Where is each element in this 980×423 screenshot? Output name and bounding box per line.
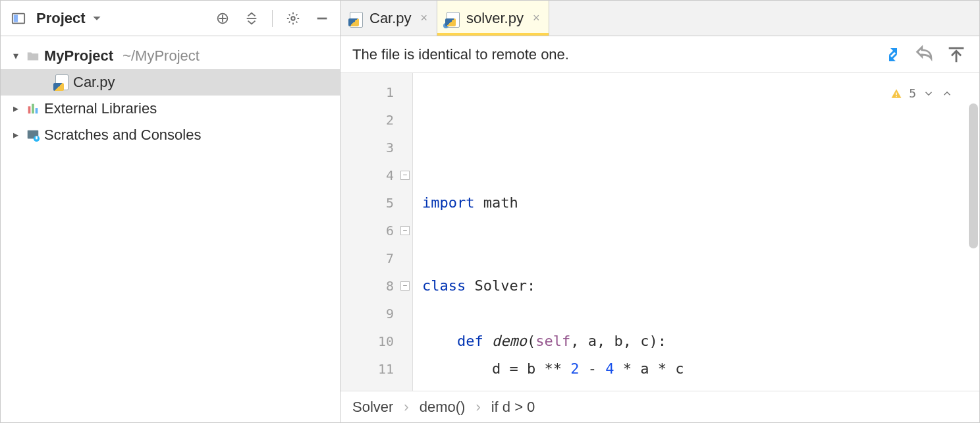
code-line[interactable]: d = b ** 2 - 4 * a * c (422, 355, 979, 383)
tree-node-name: Scratches and Consoles (44, 123, 201, 147)
diff-sync-icon[interactable] (882, 43, 904, 66)
code-line[interactable] (422, 217, 979, 244)
vertical-scrollbar[interactable] (969, 103, 978, 248)
tree-file[interactable]: ▸Car.py (1, 69, 340, 96)
code-line[interactable]: if d > 0: (422, 383, 979, 391)
editor-tabs: Car.py× solver.py× (340, 1, 979, 36)
code-editor[interactable]: 1234−56−78−91011 5 import math class Sol… (340, 73, 979, 391)
editor-pane: Car.py× solver.py× The file is identical… (340, 1, 979, 422)
chevron-down-icon[interactable] (923, 88, 935, 99)
line-number[interactable]: 4− (340, 161, 412, 189)
python-file-icon (55, 75, 69, 90)
svg-point-10 (443, 23, 449, 28)
folder-icon (26, 49, 40, 63)
breadcrumb-bar[interactable]: Solver›demo()›if d > 0 (340, 391, 979, 422)
inspections-widget[interactable]: 5 (890, 80, 953, 107)
python-file-icon (447, 12, 460, 25)
undo-icon[interactable] (913, 43, 936, 66)
code-line[interactable] (422, 300, 979, 327)
line-number[interactable]: 1 (340, 78, 412, 106)
breadcrumb-separator: › (404, 399, 408, 416)
breadcrumb-item[interactable]: Solver (352, 399, 393, 416)
project-header: Project (1, 1, 340, 36)
tab-label: solver.py (466, 10, 524, 27)
chevron-down-icon (90, 11, 104, 26)
code-line[interactable]: def demo(self, a, b, c): (422, 327, 979, 355)
chevron-right-icon[interactable]: ▸ (10, 97, 22, 121)
breadcrumb-item[interactable]: demo() (420, 399, 466, 416)
line-number[interactable]: 11 (340, 355, 412, 383)
project-tree: ▾ MyProject ~/MyProject ▸Car.py ▸Externa… (1, 36, 340, 155)
line-number[interactable]: 5 (340, 189, 412, 217)
breadcrumb-item[interactable]: if d > 0 (491, 399, 535, 416)
fold-icon[interactable]: − (400, 171, 410, 180)
node-icon (26, 128, 40, 142)
code-line[interactable]: import math (422, 189, 979, 217)
breadcrumb-separator: › (476, 399, 480, 416)
close-icon[interactable]: × (421, 11, 428, 25)
tree-root[interactable]: ▾ MyProject ~/MyProject (1, 43, 340, 69)
gear-icon[interactable] (282, 7, 304, 30)
svg-rect-5 (32, 104, 34, 114)
warning-icon (890, 88, 902, 99)
project-dropdown[interactable]: Project (36, 10, 104, 27)
hide-icon[interactable] (311, 7, 333, 30)
svg-rect-4 (28, 106, 31, 113)
code-line[interactable]: class Solver: (422, 272, 979, 300)
project-label: Project (36, 10, 86, 27)
inspections-count: 5 (909, 80, 916, 107)
project-tool-window: Project ▾ MyProject ~/MyProject ▸Car.py … (1, 1, 340, 422)
line-gutter[interactable]: 1234−56−78−91011 (340, 73, 413, 391)
code-content[interactable]: 5 import math class Solver: def demo(sel… (413, 73, 979, 391)
line-number[interactable]: 6− (340, 217, 412, 244)
chevron-down-icon[interactable]: ▾ (10, 44, 22, 68)
notification-message: The file is identical to remote one. (352, 46, 873, 63)
node-icon (26, 101, 40, 116)
line-number[interactable]: 3 (340, 134, 412, 161)
line-number[interactable]: 7 (340, 244, 412, 272)
python-file-icon (350, 12, 363, 25)
tool-window-icon[interactable] (7, 7, 30, 30)
svg-rect-6 (36, 108, 38, 113)
fold-icon[interactable]: − (400, 226, 410, 235)
svg-point-3 (291, 16, 295, 20)
tree-node[interactable]: ▸Scratches and Consoles (1, 122, 340, 148)
close-icon[interactable]: × (533, 11, 540, 25)
fold-icon[interactable]: − (400, 281, 410, 291)
line-number[interactable]: 10 (340, 327, 412, 355)
notification-bar: The file is identical to remote one. (340, 36, 979, 73)
tree-node-name: External Libraries (44, 97, 157, 121)
svg-rect-9 (36, 136, 38, 140)
editor-tab[interactable]: solver.py× (437, 1, 549, 36)
tree-root-path: ~/MyProject (122, 44, 200, 68)
chevron-right-icon[interactable]: ▸ (10, 123, 22, 147)
editor-tab[interactable]: Car.py× (340, 1, 437, 36)
tab-label: Car.py (369, 10, 412, 27)
chevron-up-icon[interactable] (941, 88, 953, 99)
select-opened-file-icon[interactable] (211, 7, 234, 30)
line-number[interactable]: 9 (340, 300, 412, 327)
code-line[interactable] (422, 244, 979, 272)
line-number[interactable]: 2 (340, 106, 412, 134)
line-number[interactable]: 8− (340, 272, 412, 300)
svg-point-11 (896, 96, 897, 98)
tree-file-name: Car.py (73, 70, 115, 94)
tree-root-name: MyProject (44, 44, 113, 68)
svg-rect-1 (14, 14, 18, 22)
scroll-to-top-icon[interactable] (945, 43, 967, 66)
expand-all-icon[interactable] (240, 7, 263, 30)
tree-node[interactable]: ▸External Libraries (1, 96, 340, 122)
